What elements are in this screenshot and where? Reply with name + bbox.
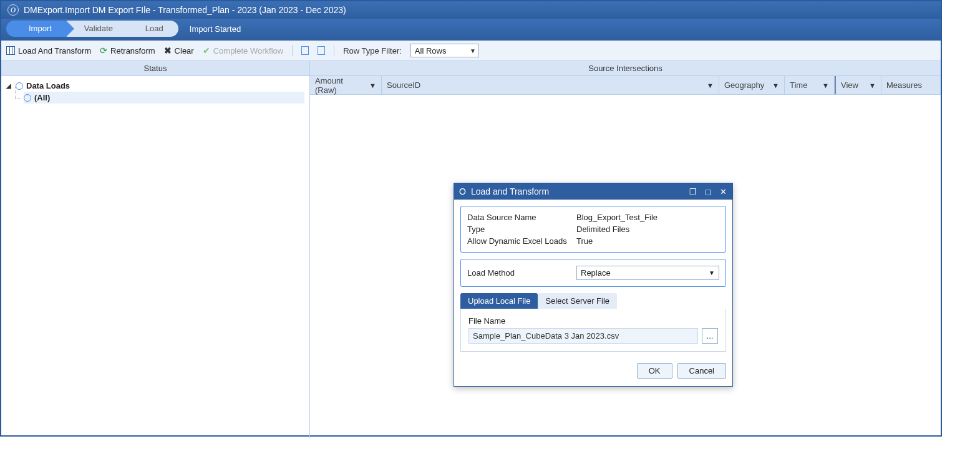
dialog-footer: OK Cancel — [454, 358, 732, 386]
filter-icon[interactable]: ▼ — [369, 82, 376, 89]
tree-node-data-loads[interactable]: ◢ Data Loads — [6, 80, 304, 92]
filter-icon[interactable]: ▼ — [869, 82, 876, 89]
cancel-button[interactable]: Cancel — [677, 363, 726, 379]
load-transform-dialog: O Load and Transform ❐ ◻ ✕ Data Source N… — [454, 183, 733, 387]
ok-button[interactable]: OK — [637, 363, 672, 379]
doc-action-2-button[interactable] — [318, 46, 325, 55]
left-panel-header: Status — [1, 61, 309, 76]
row-type-filter-label: Row Type Filter: — [343, 46, 402, 56]
columns-row: Amount (Raw) ▼ SourceID ▼ Geography ▼ Ti… — [310, 76, 941, 95]
file-name-label: File Name — [468, 316, 718, 326]
col-geography[interactable]: Geography ▼ — [719, 76, 785, 94]
file-source-tabs: Upload Local File Select Server File — [460, 293, 726, 309]
load-method-select[interactable]: Replace ▼ — [576, 266, 719, 280]
tree-node-all[interactable]: (All) — [24, 92, 304, 104]
dialog-title-text: Load and Transform — [471, 186, 549, 196]
dialog-titlebar: O Load and Transform ❐ ◻ ✕ — [454, 183, 732, 200]
close-icon[interactable]: ✕ — [719, 187, 727, 196]
col-view[interactable]: View ▼ — [835, 76, 881, 94]
ds-allow-value: True — [576, 236, 593, 246]
toolbar: Load And Transform ⟳ Retransform ✖ Clear… — [1, 41, 941, 61]
file-name-input[interactable]: Sample_Plan_CubeData 3 Jan 2023.csv — [468, 328, 698, 344]
tab-body: File Name Sample_Plan_CubeData 3 Jan 202… — [460, 309, 726, 352]
left-panel: Status ◢ Data Loads (All) — [1, 61, 310, 438]
dialog-body: Data Source Name Blog_Export_Test_File T… — [454, 200, 732, 358]
x-icon: ✖ — [164, 46, 172, 56]
check-icon: ✔ — [203, 46, 210, 56]
ds-allow-label: Allow Dynamic Excel Loads — [467, 236, 576, 246]
browse-file-button[interactable]: ... — [702, 328, 718, 344]
maximize-icon[interactable]: ◻ — [704, 187, 712, 196]
ds-name-label: Data Source Name — [467, 213, 576, 222]
right-panel-header: Source Intersections — [310, 61, 941, 76]
col-sourceid[interactable]: SourceID ▼ — [382, 76, 719, 94]
step-validate[interactable]: Validate — [67, 21, 128, 37]
ds-type-value: Delimited Files — [576, 225, 629, 234]
chevron-down-icon: ▼ — [470, 47, 476, 54]
step-bar: Import Validate Load Import Started — [1, 19, 941, 41]
app-logo-icon: O — [7, 4, 19, 16]
col-measures[interactable]: Measures — [881, 76, 941, 94]
filter-icon[interactable]: ▼ — [822, 82, 829, 89]
radio-icon — [24, 94, 31, 102]
radio-icon — [16, 82, 23, 90]
document-icon — [301, 46, 309, 55]
status-tree: ◢ Data Loads (All) — [1, 76, 309, 107]
step-status-text: Import Started — [190, 24, 241, 34]
doc-action-1-button[interactable] — [301, 46, 309, 55]
toolbar-separator — [292, 45, 293, 56]
chevron-down-icon: ▼ — [709, 269, 715, 276]
title-text: DMExport.Import DM Export FIle - Transfo… — [24, 5, 346, 15]
tree-caret-icon[interactable]: ◢ — [6, 82, 12, 89]
complete-workflow-button: ✔ Complete Workflow — [203, 46, 283, 56]
load-method-fieldset: Load Method Replace ▼ — [460, 259, 726, 287]
filter-icon[interactable]: ▼ — [707, 82, 714, 89]
titlebar: O DMExport.Import DM Export FIle - Trans… — [1, 1, 941, 19]
clear-button[interactable]: ✖ Clear — [164, 46, 194, 56]
row-type-filter-select[interactable]: All Rows ▼ — [410, 44, 479, 57]
grid-icon — [6, 46, 15, 55]
ds-type-label: Type — [467, 225, 576, 234]
copy-icon[interactable]: ❐ — [689, 187, 697, 196]
load-method-label: Load Method — [467, 268, 576, 278]
filter-icon[interactable]: ▼ — [772, 82, 779, 89]
document-icon — [318, 46, 325, 55]
app-logo-icon: O — [459, 186, 466, 196]
retransform-button[interactable]: ⟳ Retransform — [100, 46, 155, 56]
data-source-info-fieldset: Data Source Name Blog_Export_Test_File T… — [460, 206, 726, 253]
col-time[interactable]: Time ▼ — [785, 76, 835, 94]
toolbar-separator — [334, 45, 334, 56]
ds-name-value: Blog_Export_Test_File — [576, 213, 657, 222]
step-import[interactable]: Import — [6, 21, 67, 37]
tab-upload-local-file[interactable]: Upload Local File — [460, 293, 538, 309]
load-and-transform-button[interactable]: Load And Transform — [6, 46, 91, 56]
step-load[interactable]: Load — [128, 21, 178, 37]
tab-select-server-file[interactable]: Select Server File — [538, 293, 617, 309]
col-amount-raw[interactable]: Amount (Raw) ▼ — [310, 76, 382, 94]
refresh-icon: ⟳ — [100, 46, 107, 56]
